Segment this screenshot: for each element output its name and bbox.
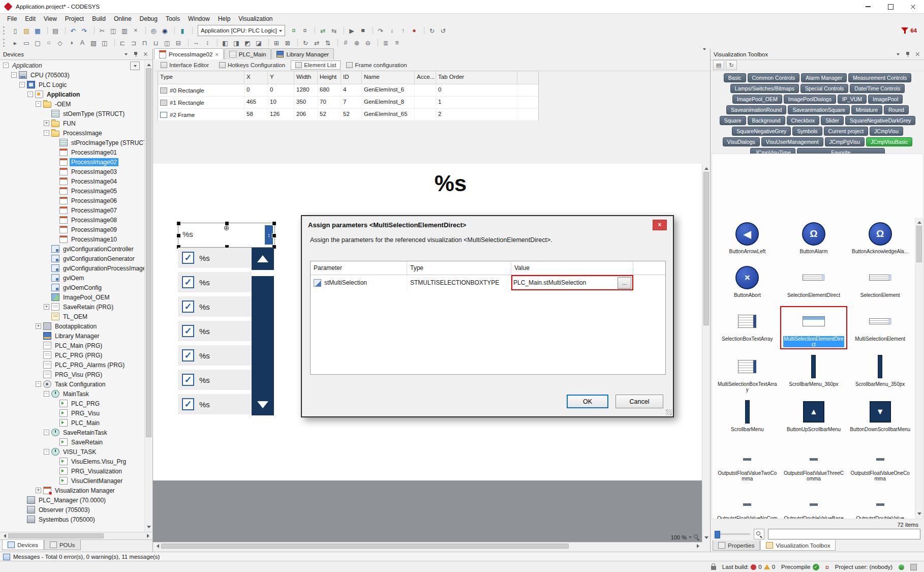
separator[interactable] <box>44 26 48 35</box>
ok-button[interactable]: OK <box>567 395 608 408</box>
zoom-control[interactable]: 100 % <box>671 533 699 541</box>
editor-subtab[interactable]: Frame configuration <box>342 61 411 70</box>
tree-item[interactable]: ProcessImage03 <box>0 167 145 176</box>
column-header[interactable]: ID <box>341 71 362 84</box>
pointer-icon[interactable]: ▸ <box>10 38 20 48</box>
align-left-icon[interactable]: ⊏ <box>117 38 128 48</box>
undo-icon[interactable]: ↶ <box>68 25 78 36</box>
scroll-up-icon[interactable] <box>145 60 152 68</box>
toolbox-item[interactable]: OutputstFloatValueNoComma <box>714 486 781 519</box>
toolbox-item[interactable]: ▼ ButtonDownScrollbarMenu <box>847 397 913 438</box>
toolbox-category-button[interactable]: SquareNegativeDarkGrey <box>845 116 915 125</box>
tree-item[interactable]: ProcessImage06 <box>0 196 145 205</box>
compile-icon[interactable]: ¤ <box>289 25 299 36</box>
scroll-up-icon[interactable] <box>252 248 274 270</box>
tree-item[interactable]: PLC_PRG_Alarms (PRG) <box>0 360 145 370</box>
scroll-down-icon[interactable] <box>702 535 710 543</box>
paste-icon[interactable]: ▥ <box>119 25 130 36</box>
tree-expander[interactable]: - <box>44 391 49 397</box>
separator[interactable] <box>111 39 115 47</box>
toolbox-item[interactable]: MultiSelectionElement <box>847 307 913 349</box>
menu-item[interactable]: File <box>3 14 21 23</box>
toolbox-category-button[interactable]: Checkbox <box>787 116 820 125</box>
messages-bar[interactable]: Messages - Total 0 error(s), 0 warning(s… <box>0 552 924 561</box>
tree-item[interactable]: + SaveRetain (PRG) <box>0 302 145 312</box>
element-row[interactable]: #0 Rectangle 0 0 1280 680 4 GenElemInst_… <box>158 84 538 97</box>
checkbox-checked-icon[interactable] <box>182 374 194 386</box>
editor-subtab[interactable]: Interface Editor <box>156 61 213 70</box>
tree-item[interactable]: VisuClientManager <box>0 476 145 486</box>
toolbar-grip[interactable] <box>3 26 7 35</box>
toolbox-item[interactable]: MultiSelectionElementDirect <box>781 307 847 349</box>
align-right-icon[interactable]: ⊐ <box>129 38 139 48</box>
browse-button[interactable]: ... <box>618 277 631 289</box>
separator[interactable] <box>213 39 218 47</box>
tree-item[interactable]: stProcImageType (STRUCT) <box>0 138 145 147</box>
tree-item[interactable]: - VISU_TASK <box>0 447 145 457</box>
flip-vertical-icon[interactable]: ⇅ <box>323 38 333 48</box>
resize-handle[interactable] <box>176 233 181 238</box>
devices-vertical-scrollbar[interactable] <box>144 60 152 532</box>
selected-frame-element[interactable]: %s <box>178 223 275 248</box>
toolbox-item[interactable]: Ω ButtonAcknowledgeAla... <box>847 219 913 260</box>
open-project-icon[interactable]: ▨ <box>21 25 32 36</box>
toolbox-category-button[interactable]: Symbols <box>792 127 822 136</box>
maximize-button[interactable] <box>879 0 902 13</box>
tree-item[interactable]: PLC_PRG <box>0 399 145 408</box>
step-over-icon[interactable]: ↷ <box>376 25 386 36</box>
tree-item[interactable]: - Application <box>0 61 145 70</box>
insert-ellipse-icon[interactable]: ○ <box>44 38 54 48</box>
toolbox-category-button[interactable]: Date/Time Controls <box>850 84 905 93</box>
toolbox-item[interactable]: MultiSelectionBoxTextArray <box>714 352 781 394</box>
separator[interactable] <box>311 26 315 35</box>
zoom-in-icon[interactable]: ⊕ <box>352 38 362 48</box>
tree-item[interactable]: Systembus (705000) <box>0 515 145 524</box>
cancel-button[interactable]: Cancel <box>615 395 663 408</box>
tree-item[interactable]: SaveRetain <box>0 437 145 447</box>
tree-item[interactable]: gvlConfigurationProcessImage <box>0 263 145 273</box>
column-header[interactable]: Acce... <box>415 71 436 84</box>
scroll-down-icon[interactable] <box>915 511 923 519</box>
align-top-icon[interactable]: ⊓ <box>140 38 150 48</box>
tree-item[interactable]: stOemType (STRUCT) <box>0 109 145 118</box>
insert-text-icon[interactable]: A <box>77 38 87 48</box>
separator[interactable] <box>184 39 189 47</box>
separator[interactable] <box>189 26 193 35</box>
same-height-icon[interactable]: ↕ <box>202 38 212 48</box>
stop-icon[interactable]: ■ <box>358 25 368 36</box>
tree-item[interactable]: Observer (705003) <box>0 505 145 515</box>
column-header[interactable]: Width <box>294 71 318 84</box>
toolbox-category-button[interactable]: JCmpVisu <box>870 127 903 136</box>
toolbox-category-button[interactable]: ImagePool_OEM <box>732 95 782 104</box>
toolbox-category-button[interactable]: Round <box>884 105 909 114</box>
same-width-icon[interactable]: ↔ <box>191 38 201 48</box>
menu-item[interactable]: Tools <box>162 14 184 23</box>
toolbox-view-icon[interactable]: ▤ <box>713 60 724 70</box>
toolbox-category-button[interactable]: JCmpPgVisu <box>825 137 865 146</box>
tree-item[interactable]: PLC_Main (PRG) <box>0 341 145 350</box>
toolbox-item[interactable]: OutputstFloatValueThreeComma <box>781 441 847 483</box>
tree-item[interactable]: PLC_Main <box>0 418 145 428</box>
tree-item[interactable]: VisuElems.Visu_Prg <box>0 457 145 466</box>
canvas-vertical-scrollbar[interactable] <box>702 164 710 543</box>
center-horizontal-icon[interactable]: ◫ <box>162 38 172 48</box>
delete-icon[interactable]: × <box>131 25 141 36</box>
editor-subtab[interactable]: Element List <box>291 61 341 70</box>
insert-pie-icon[interactable]: ◑ <box>66 38 76 48</box>
toolbox-item[interactable]: OutputstDoubleValueBase <box>781 486 847 519</box>
tree-item[interactable]: ImagePool_OEM <box>0 292 145 302</box>
scrollbar-thumb[interactable] <box>146 68 151 437</box>
copy-icon[interactable]: ◫ <box>108 25 118 36</box>
tree-item[interactable]: ProcessImage04 <box>0 176 145 186</box>
tree-item[interactable]: - Application <box>0 89 145 99</box>
cut-icon[interactable]: ✂ <box>97 25 107 36</box>
breakpoint-icon[interactable]: ● <box>409 25 419 36</box>
toolbox-category-button[interactable]: ImagePool <box>868 95 903 104</box>
insert-rounded-rectangle-icon[interactable]: ▢ <box>33 38 43 48</box>
save-project-icon[interactable]: ▦ <box>33 25 43 36</box>
toolbox-item[interactable]: ScrollbarMenu_360px <box>781 352 847 394</box>
scroll-right-icon[interactable] <box>145 532 152 539</box>
insert-polygon-icon[interactable]: ◇ <box>55 38 65 48</box>
flip-horizontal-icon[interactable]: ⇄ <box>312 38 322 48</box>
tree-item[interactable]: - CPU (705003) <box>0 70 145 80</box>
